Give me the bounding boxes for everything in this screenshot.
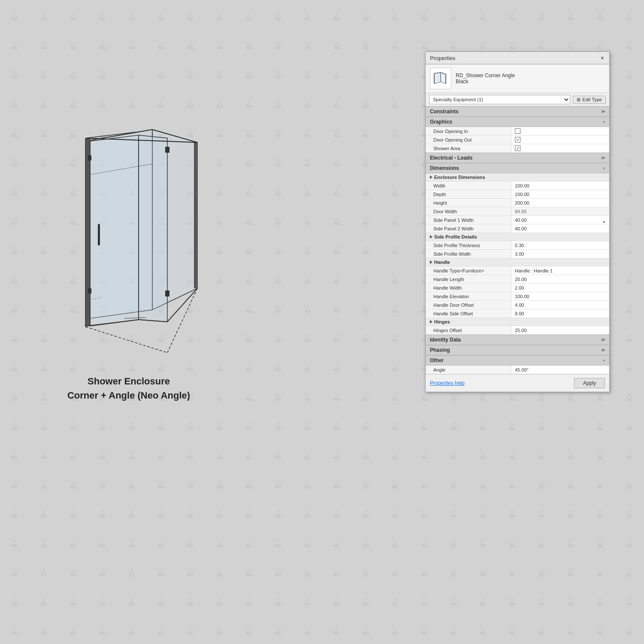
triangle-hinges [430,320,432,324]
phasing-label: Phasing [430,347,450,353]
subsection-enclosure[interactable]: Enclosure Dimensions [426,173,609,181]
component-name: RD_Shower Corner Angle Black [456,73,515,85]
prop-name-handle-width: Handle Width [426,284,511,292]
section-electrical[interactable]: Electrical - Loads ≫ [426,153,609,163]
prop-value-handle-width[interactable]: 2.00 [511,284,609,292]
subsection-handle-label: Handle [426,258,454,266]
panel-header: Properties × [426,52,609,64]
prop-name-side-panel2: Side Panel 2 Width [426,224,511,233]
apply-button[interactable]: Apply [574,378,605,388]
prop-value-door-opening-out[interactable]: ✓ [511,136,609,144]
prop-name-side-profile-width: Side Profile Width [426,250,511,258]
graphics-collapse: « [603,120,605,124]
panel-footer: Properties help Apply [426,374,609,392]
prop-name-handle-length: Handle Length [426,275,511,283]
svg-rect-7 [86,138,90,326]
prop-handle-door-offset: Handle Door Offset 4.00 [426,301,609,309]
prop-name-width: Width [426,181,511,190]
svg-line-1 [86,327,167,353]
prop-value-angle[interactable]: 45.00° [511,366,609,374]
prop-door-opening-out: Door Opening Out ✓ [426,136,609,144]
prop-value-side-panel2[interactable]: 40.00 [511,224,609,233]
prop-value-hinges-offset[interactable]: 25.00 [511,326,609,334]
section-constraints[interactable]: Constraints ≫ [426,106,609,117]
identity-label: Identity Data [430,337,461,343]
prop-name-height: Height [426,199,511,207]
dimensions-label: Dimensions [430,165,459,171]
other-label: Other [430,357,444,363]
properties-help-link[interactable]: Properties help [430,380,465,386]
prop-handle-elevation: Handle Elevation 100.00 [426,292,609,301]
section-identity[interactable]: Identity Data ≫ [426,335,609,345]
prop-value-shower-area[interactable]: ✓ [511,144,609,152]
prop-hinges-offset: Hinges Offset 25.00 [426,326,609,335]
prop-value-side-profile-thickness[interactable]: 0.30 [511,241,609,249]
prop-value-door-width: 84.85 [511,207,609,215]
prop-width: Width 100.00 [426,181,609,190]
prop-side-panel2: Side Panel 2 Width 40.00 [426,224,609,233]
component-dropdown-arrow: ▾ [603,220,605,224]
prop-value-handle-length[interactable]: 20.00 [511,275,609,283]
prop-value-handle-door-offset[interactable]: 4.00 [511,301,609,309]
prop-value-height[interactable]: 200.00 [511,199,609,207]
section-phasing[interactable]: Phasing ≫ [426,345,609,355]
properties-content[interactable]: Constraints ≫ Graphics « Door Opening In… [426,106,609,374]
prop-value-width[interactable]: 100.00 [511,181,609,190]
prop-shower-area: Shower Area ✓ [426,144,609,153]
checkbox-shower-area[interactable]: ✓ [515,145,520,151]
subsection-hinges[interactable]: Hinges [426,318,609,326]
prop-value-door-opening-in[interactable] [511,127,609,135]
prop-name-shower-area: Shower Area [426,144,511,152]
checkbox-door-opening-in[interactable] [515,128,520,134]
prop-name-handle-type: Handle Type<Furniture> [426,266,511,275]
other-collapse: « [603,358,605,363]
phasing-collapse: ≫ [601,348,605,352]
section-dimensions[interactable]: Dimensions « [426,163,609,173]
section-other[interactable]: Other « [426,355,609,366]
prop-side-profile-width: Side Profile Width 3.00 [426,250,609,258]
identity-collapse: ≫ [601,338,605,342]
svg-rect-17 [88,155,91,160]
prop-name-side-panel1: Side Panel 1 Width [426,216,511,224]
edit-type-label: Edit Type [582,97,602,102]
prop-angle: Angle 45.00° [426,366,609,374]
prop-value-side-panel1[interactable]: 40.00 [511,216,609,224]
prop-name-angle: Angle [426,366,511,374]
prop-value-side-profile-width[interactable]: 3.00 [511,250,609,258]
prop-name-side-profile-thickness: Side Profile Thickness [426,241,511,249]
subsection-hinges-label: Hinges [426,318,454,326]
svg-rect-13 [194,142,197,288]
prop-value-handle-type[interactable]: Handle : Handle 1 [511,266,609,275]
edit-type-button[interactable]: ⊞ Edit Type [573,96,606,104]
properties-panel: Properties × RD_Shower Corner Angle Blac… [425,51,610,392]
checkbox-door-opening-out[interactable]: ✓ [515,137,520,142]
panel-title: Properties [430,55,455,61]
prop-value-handle-elevation[interactable]: 100.00 [511,292,609,300]
type-selector[interactable]: Specialty Equipment (1) [429,95,570,104]
component-info-row: RD_Shower Corner Angle Black ▾ [426,64,609,93]
prop-name-depth: Depth [426,190,511,198]
prop-value-depth[interactable]: 100.00 [511,190,609,198]
left-panel: Shower Enclosure Corner + Angle (Neo Ang… [26,51,232,438]
prop-name-door-width: Door Width [426,207,511,215]
svg-rect-21 [165,290,169,296]
svg-rect-18 [88,288,91,293]
prop-name-handle-elevation: Handle Elevation [426,292,511,300]
prop-handle-side-offset: Handle Side Offset 8.00 [426,309,609,318]
triangle-side-profile [430,235,432,239]
subsection-handle[interactable]: Handle [426,258,609,266]
prop-door-width: Door Width 84.85 [426,207,609,216]
subsection-side-profile[interactable]: Side Profile Details [426,233,609,241]
component-icon [430,68,451,89]
constraints-label: Constraints [430,109,459,115]
selector-row: Specialty Equipment (1) ⊞ Edit Type [426,93,609,106]
prop-handle-width: Handle Width 2.00 [426,284,609,292]
svg-marker-32 [441,73,446,84]
section-graphics[interactable]: Graphics « [426,117,609,127]
svg-marker-19 [139,135,167,322]
prop-value-handle-side-offset[interactable]: 8.00 [511,309,609,317]
prop-name-door-opening-in: Door Opening In [426,127,511,135]
close-button[interactable]: × [600,54,605,61]
graphics-label: Graphics [430,119,452,125]
subsection-enclosure-label: Enclosure Dimensions [426,173,490,181]
